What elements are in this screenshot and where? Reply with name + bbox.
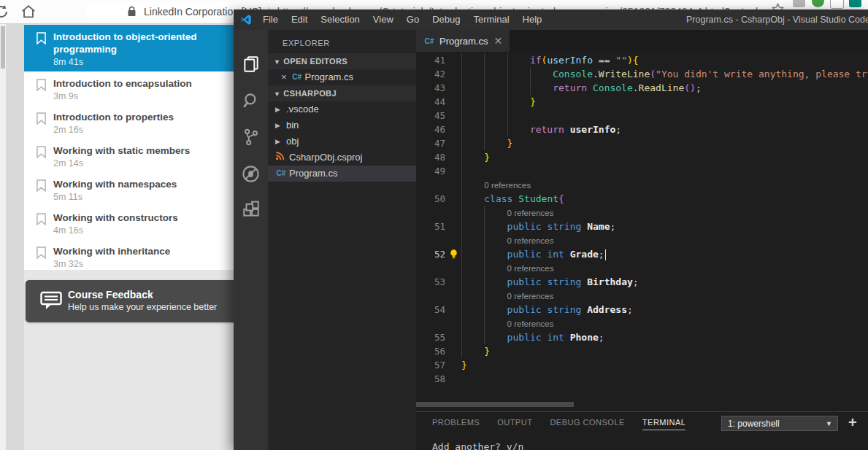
indent-guide [461,303,484,317]
reload-icon[interactable] [0,4,9,23]
indent-guide [507,67,530,81]
text-cursor [605,249,607,260]
bookmark-icon[interactable] [37,247,46,262]
bookmark-icon[interactable] [37,213,46,228]
open-editors-header[interactable]: ▼OPEN EDITORS [268,53,416,69]
codelens-references[interactable]: 0 references [507,209,554,217]
menu-item-terminal[interactable]: Terminal [466,9,515,30]
source-control-icon[interactable] [234,119,268,155]
explorer-sidebar: EXPLORER ▼OPEN EDITORS × C# Program.cs ▼… [268,30,416,450]
bookmark-icon[interactable] [37,79,46,94]
course-feedback-banner[interactable]: Course Feedback Help us make your experi… [26,280,245,322]
extension-icon-3[interactable] [830,0,844,9]
bookmark-icon[interactable] [37,112,46,128]
indent-guide [461,123,484,136]
activity-bar [234,30,268,450]
code-token [564,249,570,260]
shell-selector-dropdown[interactable]: 1: powershell ▼ [721,416,838,431]
gutter-space [445,136,461,150]
code-text: } [461,150,868,164]
code-editor[interactable]: 41if(userInfo == ""){42Console.WriteLine… [416,53,868,386]
gutter-space [445,275,461,289]
debug-icon[interactable] [234,155,268,192]
code-token: ; [599,332,604,343]
tree-item-label: .vscode [286,101,319,117]
code-token [581,276,587,287]
tree-item--vscode[interactable]: ▶.vscode [268,101,416,117]
codelens-references[interactable]: 0 references [507,292,554,300]
close-icon[interactable]: ✕ [493,35,502,47]
lesson-item[interactable]: Introduction to object-oriented programm… [24,25,243,71]
shell-selector-value: 1: powershell [728,419,780,429]
indent-guide [484,303,507,317]
lesson-item[interactable]: Introduction to encapsulation3m 9s [24,71,243,105]
extension-icon-1[interactable] [793,0,805,7]
lesson-item[interactable]: Working with namespaces5m 11s [24,172,243,206]
lesson-item[interactable]: Working with constructors4m 16s [24,206,243,239]
bottom-panel: PROBLEMSOUTPUTDEBUG CONSOLETERMINAL 1: p… [416,411,868,450]
code-token: ( [650,69,656,79]
menu-item-help[interactable]: Help [516,9,549,30]
panel-tab-problems[interactable]: PROBLEMS [432,418,480,430]
bookmark-icon[interactable] [37,146,46,161]
code-line: 48} [416,150,868,164]
panel-tab-output[interactable]: OUTPUT [497,418,532,430]
lightbulb-icon[interactable] [445,247,461,261]
lesson-item[interactable]: Working with static members2m 14s [24,139,243,172]
lesson-item[interactable]: Introduction to properties2m 16s [24,105,243,139]
code-token: return [553,82,587,93]
explorer-icon[interactable] [234,46,268,82]
new-terminal-button[interactable]: + [848,414,857,431]
lesson-duration: 2m 16s [53,125,234,135]
code-token: ; [633,276,639,287]
tree-item-program-cs[interactable]: C#Program.cs [268,166,416,182]
indent-guide [461,53,484,67]
extension-icon-4[interactable] [849,0,861,7]
editor-horizontal-scrollbar[interactable] [416,402,868,407]
codelens-references[interactable]: 0 references [507,319,554,328]
page-scrollbar-thumb[interactable] [1,26,5,69]
tree-item-csharpobj-csproj[interactable]: CsharpObj.csproj [268,150,416,166]
indent-guide [484,330,507,344]
code-token: Phone [570,332,599,343]
menu-item-view[interactable]: View [366,9,400,30]
terminal-output-line: Add another? y/n [432,441,523,450]
tab-program-cs[interactable]: C# Program.cs ✕ [416,30,510,52]
tree-item-obj[interactable]: ▶obj [268,133,416,150]
codelens-references[interactable]: 0 references [507,264,554,273]
line-number: 51 [416,220,445,233]
window-title: Program.cs - CsharpObj - Visual Studio C… [686,9,868,30]
code-token: Name [587,221,610,232]
code-token: == [593,55,615,66]
codelens-references[interactable]: 0 references [484,181,531,190]
open-editor-item[interactable]: × C# Program.cs [268,69,416,85]
csharp-file-icon: C# [423,37,435,45]
project-folder-header[interactable]: ▼CSHARPOBJ [268,85,416,101]
menu-item-selection[interactable]: Selection [314,9,366,30]
codelens-references[interactable]: 0 references [507,236,554,245]
menu-item-file[interactable]: File [256,9,285,30]
home-icon[interactable] [20,4,37,23]
tree-item-bin[interactable]: ▶bin [268,117,416,133]
extensions-icon[interactable] [234,192,268,228]
code-text: public int Phone; [461,330,868,344]
menu-item-debug[interactable]: Debug [426,9,466,30]
menu-item-edit[interactable]: Edit [285,9,314,30]
scrollbar-thumb[interactable] [416,402,574,407]
page-left-gutter [6,24,24,450]
code-token: if [530,55,542,66]
bookmark-icon[interactable] [37,32,46,47]
extension-icon-2[interactable] [812,0,824,7]
lesson-duration: 8m 41s [53,57,234,67]
indent-guide [484,81,507,95]
panel-tab-debug-console[interactable]: DEBUG CONSOLE [550,418,624,430]
lesson-item[interactable]: Working with inheritance3m 32s [24,239,243,270]
panel-tab-terminal[interactable]: TERMINAL [642,418,686,430]
bookmark-icon[interactable] [37,179,46,195]
page-scrollbar[interactable] [0,24,6,450]
menu-item-go[interactable]: Go [400,9,426,30]
codelens-row: 0 references [416,317,868,330]
search-icon[interactable] [234,82,268,119]
close-icon[interactable]: × [281,69,287,85]
code-token: Address [587,304,627,315]
